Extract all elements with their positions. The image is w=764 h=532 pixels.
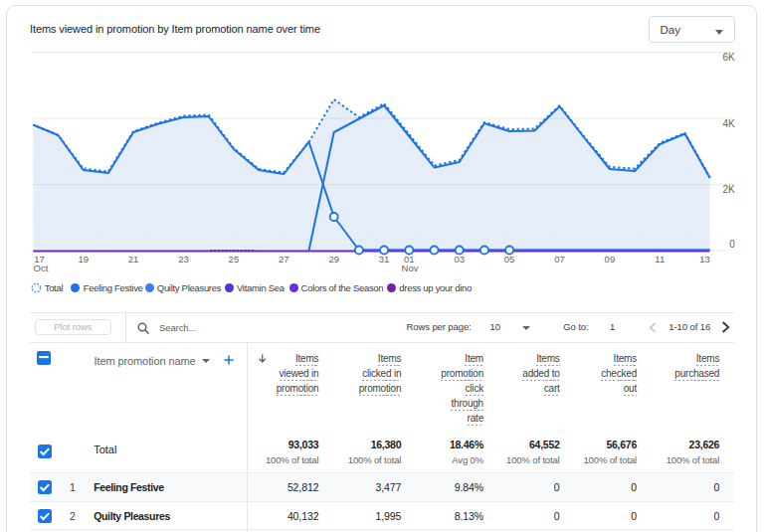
svg-text:05: 05 bbox=[504, 254, 515, 265]
svg-text:4K: 4K bbox=[723, 118, 736, 129]
svg-text:03: 03 bbox=[454, 254, 465, 265]
svg-text:2K: 2K bbox=[723, 184, 736, 195]
svg-text:31: 31 bbox=[379, 254, 390, 265]
svg-text:23: 23 bbox=[178, 254, 189, 265]
svg-text:25: 25 bbox=[229, 254, 240, 265]
svg-text:11: 11 bbox=[655, 254, 665, 265]
svg-text:27: 27 bbox=[279, 254, 289, 265]
svg-text:Oct: Oct bbox=[34, 263, 49, 273]
svg-text:0: 0 bbox=[729, 239, 735, 250]
svg-text:09: 09 bbox=[605, 254, 616, 265]
svg-text:21: 21 bbox=[128, 254, 139, 265]
svg-text:19: 19 bbox=[78, 254, 89, 265]
svg-text:07: 07 bbox=[554, 254, 565, 265]
svg-text:29: 29 bbox=[328, 254, 339, 265]
svg-text:13: 13 bbox=[699, 254, 710, 265]
svg-text:Nov: Nov bbox=[402, 263, 419, 273]
svg-text:6K: 6K bbox=[723, 52, 736, 63]
